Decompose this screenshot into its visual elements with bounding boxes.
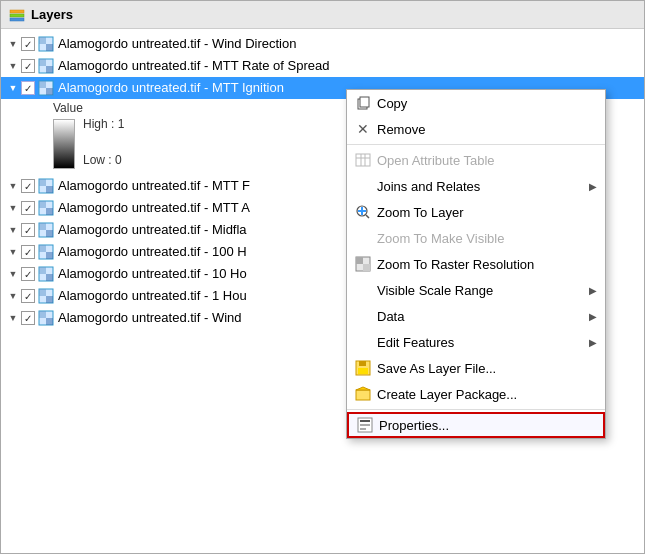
- edit-features-icon: [353, 332, 373, 352]
- svg-rect-5: [46, 44, 53, 51]
- expand-icon[interactable]: ▼: [5, 220, 21, 240]
- layer-name: Alamogordo untreated.tif - MTT A: [58, 198, 250, 218]
- layer-checkbox[interactable]: [21, 179, 35, 193]
- svg-rect-49: [356, 390, 370, 400]
- expand-icon[interactable]: ▼: [5, 56, 21, 76]
- expand-icon[interactable]: ▼: [5, 176, 21, 196]
- zoom-layer-label: Zoom To Layer: [377, 205, 597, 220]
- layer-checkbox[interactable]: [21, 37, 35, 51]
- layer-checkbox[interactable]: [21, 267, 35, 281]
- svg-rect-1: [10, 14, 24, 17]
- expand-icon[interactable]: ▼: [5, 286, 21, 306]
- remove-menu-item[interactable]: ✕ Remove: [347, 116, 605, 142]
- submenu-arrow: ▶: [589, 181, 597, 192]
- zoom-visible-label: Zoom To Make Visible: [377, 231, 597, 246]
- separator: [347, 144, 605, 145]
- zoom-layer-icon: [353, 202, 373, 222]
- svg-rect-29: [46, 296, 53, 303]
- create-package-label: Create Layer Package...: [377, 387, 597, 402]
- zoom-raster-icon: [353, 254, 373, 274]
- properties-icon: [355, 415, 375, 435]
- layer-checkbox[interactable]: [21, 81, 35, 95]
- svg-rect-4: [39, 37, 46, 44]
- svg-rect-0: [10, 10, 24, 13]
- svg-rect-26: [46, 274, 53, 281]
- table-icon: [353, 150, 373, 170]
- layer-checkbox[interactable]: [21, 311, 35, 325]
- layers-icon: [9, 7, 25, 23]
- expand-icon[interactable]: ▼: [5, 308, 21, 328]
- legend-text-col: High : 1 Low : 0: [81, 117, 124, 167]
- layer-name: Alamogordo untreated.tif - 1 Hou: [58, 286, 247, 306]
- svg-rect-8: [46, 66, 53, 73]
- data-label: Data: [377, 309, 589, 324]
- raster-layer-icon: [38, 244, 54, 260]
- zoom-raster-menu-item[interactable]: Zoom To Raster Resolution: [347, 251, 605, 277]
- raster-layer-icon: [38, 200, 54, 216]
- expand-icon[interactable]: ▼: [5, 34, 21, 54]
- create-package-menu-item[interactable]: Create Layer Package...: [347, 381, 605, 407]
- svg-rect-13: [39, 179, 46, 186]
- layer-name: Alamogordo untreated.tif - MTT Ignition: [58, 78, 284, 98]
- svg-rect-32: [46, 318, 53, 325]
- layer-name: Alamogordo untreated.tif - Midfla: [58, 220, 247, 240]
- joins-menu-item[interactable]: Joins and Relates ▶: [347, 173, 605, 199]
- joins-icon: [353, 176, 373, 196]
- edit-features-menu-item[interactable]: Edit Features ▶: [347, 329, 605, 355]
- expand-icon[interactable]: ▼: [5, 264, 21, 284]
- layer-checkbox[interactable]: [21, 201, 35, 215]
- visible-scale-label: Visible Scale Range: [377, 283, 589, 298]
- layer-checkbox[interactable]: [21, 59, 35, 73]
- data-icon: [353, 306, 373, 326]
- properties-label: Properties...: [379, 418, 595, 433]
- properties-menu-item[interactable]: Properties...: [347, 412, 605, 438]
- list-item[interactable]: ▼ Alamogordo untreated.tif - MTT Rate of…: [1, 55, 644, 77]
- list-item[interactable]: ▼ Alamogordo untreated.tif - Wind Direct…: [1, 33, 644, 55]
- visible-scale-menu-item[interactable]: Visible Scale Range ▶: [347, 277, 605, 303]
- layer-checkbox[interactable]: [21, 245, 35, 259]
- separator: [347, 409, 605, 410]
- svg-rect-2: [10, 18, 24, 21]
- svg-rect-19: [39, 223, 46, 230]
- raster-layer-icon: [38, 80, 54, 96]
- svg-rect-16: [39, 201, 46, 208]
- save-layer-menu-item[interactable]: Save As Layer File...: [347, 355, 605, 381]
- open-attr-menu-item: Open Attribute Table: [347, 147, 605, 173]
- raster-layer-icon: [38, 178, 54, 194]
- svg-rect-47: [359, 361, 366, 366]
- raster-layer-icon: [38, 266, 54, 282]
- layer-name: Alamogordo untreated.tif - 10 Ho: [58, 264, 247, 284]
- panel-header: Layers: [1, 1, 644, 29]
- svg-rect-42: [361, 207, 363, 215]
- svg-rect-34: [360, 97, 369, 107]
- layer-checkbox[interactable]: [21, 289, 35, 303]
- svg-rect-44: [356, 257, 363, 264]
- context-menu: Copy ✕ Remove Open Attribute Table: [346, 89, 606, 439]
- svg-rect-35: [356, 154, 370, 166]
- edit-features-label: Edit Features: [377, 335, 589, 350]
- submenu-arrow: ▶: [589, 285, 597, 296]
- svg-rect-20: [46, 230, 53, 237]
- legend-high: High : 1: [83, 117, 124, 131]
- raster-layer-icon: [38, 36, 54, 52]
- expand-icon[interactable]: ▼: [5, 242, 21, 262]
- svg-rect-53: [360, 424, 370, 426]
- zoom-raster-label: Zoom To Raster Resolution: [377, 257, 597, 272]
- package-icon: [353, 384, 373, 404]
- zoom-layer-menu-item[interactable]: Zoom To Layer: [347, 199, 605, 225]
- layer-name: Alamogordo untreated.tif - Wind: [58, 308, 242, 328]
- layer-checkbox[interactable]: [21, 223, 35, 237]
- expand-icon[interactable]: ▼: [5, 198, 21, 218]
- svg-rect-10: [39, 81, 46, 88]
- legend-gradient: [53, 119, 75, 169]
- legend-low: Low : 0: [83, 153, 124, 167]
- svg-rect-25: [39, 267, 46, 274]
- svg-rect-31: [39, 311, 46, 318]
- svg-rect-22: [39, 245, 46, 252]
- expand-icon[interactable]: ▼: [5, 78, 21, 98]
- layer-name: Alamogordo untreated.tif - MTT F: [58, 176, 250, 196]
- copy-menu-item[interactable]: Copy: [347, 90, 605, 116]
- svg-rect-14: [46, 186, 53, 193]
- data-menu-item[interactable]: Data ▶: [347, 303, 605, 329]
- raster-layer-icon: [38, 288, 54, 304]
